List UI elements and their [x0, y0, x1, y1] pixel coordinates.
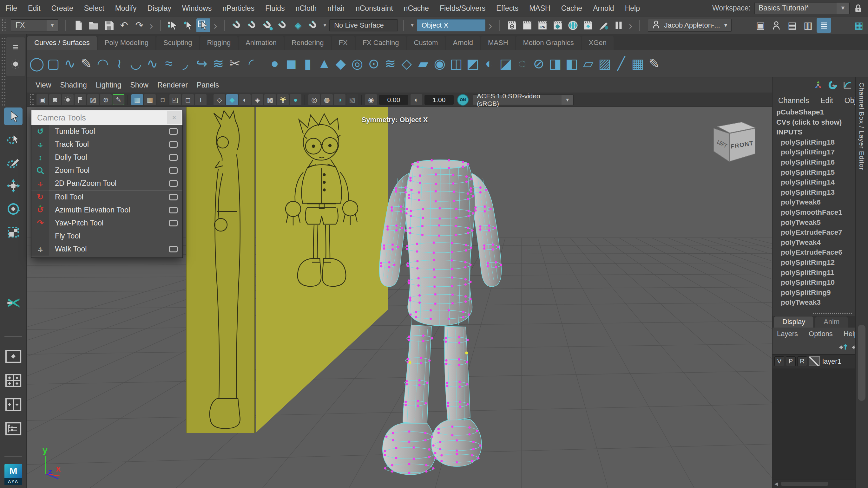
camera-tools-titlebar[interactable]: Camera Tools ×: [31, 110, 182, 125]
modeling-toolkit-icon[interactable]: ▣: [753, 18, 768, 33]
toolbar-grip[interactable]: [1, 19, 6, 32]
render-setup-icon[interactable]: [566, 19, 580, 32]
intersect-surfaces-icon[interactable]: ◐: [481, 52, 497, 75]
shelf-tab-sculpting[interactable]: Sculpting: [156, 36, 199, 50]
channel-input-item[interactable]: polyTweak4: [776, 237, 855, 248]
grease-pencil-icon[interactable]: ✎: [113, 94, 124, 105]
layer-toggle-r[interactable]: R: [797, 356, 807, 366]
paint-effects-icon[interactable]: [596, 19, 610, 32]
shelf-tab-rendering[interactable]: Rendering: [285, 36, 331, 50]
render-settings-icon[interactable]: [551, 19, 565, 32]
menu-nhair[interactable]: nHair: [322, 0, 350, 17]
tab-display[interactable]: Display: [774, 316, 814, 328]
new-scene-icon[interactable]: [71, 19, 85, 32]
chevron-down-icon[interactable]: ▼: [723, 23, 728, 28]
exposure-field[interactable]: 0.00: [379, 95, 408, 105]
channel-input-item[interactable]: polyExtrudeFace6: [776, 247, 855, 258]
tool-settings-icon[interactable]: ▥: [801, 18, 815, 33]
camera-tool-walk-tool[interactable]: ↔↕Walk Tool: [31, 242, 182, 256]
menu-select[interactable]: Select: [79, 0, 110, 17]
project-curve-icon[interactable]: ◩: [464, 52, 481, 75]
snap-to-view-planes-icon[interactable]: [307, 19, 320, 32]
menu-effects[interactable]: Effects: [491, 0, 524, 17]
lock-camera-icon[interactable]: ◙: [49, 94, 61, 105]
untrim-icon[interactable]: ◌: [514, 52, 530, 75]
toolbar-grip[interactable]: [29, 93, 34, 106]
layer-name[interactable]: layer1: [822, 357, 841, 366]
attach-curves-icon[interactable]: ∿: [144, 52, 160, 75]
channel-input-item[interactable]: polySmoothFace1: [776, 207, 855, 218]
shelf-editor-icon[interactable]: [10, 59, 21, 71]
isolate-select-icon[interactable]: ◎: [308, 94, 320, 105]
shelf-tab-mash[interactable]: MASH: [481, 36, 515, 50]
open-close-surfaces-icon[interactable]: ▱: [580, 52, 596, 75]
camera-tool-tumble-tool[interactable]: ↺Tumble Tool: [31, 125, 182, 138]
sculpt-surfaces-icon[interactable]: ✎: [646, 52, 662, 75]
save-scene-icon[interactable]: [102, 19, 116, 32]
shelf-tab-custom[interactable]: Custom: [407, 36, 445, 50]
snap-to-curves-icon[interactable]: [246, 19, 259, 32]
single-pane-layout[interactable]: [3, 347, 23, 366]
offset-surfaces-icon[interactable]: ▦: [629, 52, 646, 75]
live-surface-field[interactable]: No Live Surface: [329, 19, 398, 31]
film-gate-icon[interactable]: ▦: [131, 94, 143, 105]
shape-node-name[interactable]: pCubeShape1: [776, 107, 855, 117]
snap-to-grids-icon[interactable]: [230, 19, 244, 32]
shelf-tab-fx-caching[interactable]: FX Caching: [355, 36, 406, 50]
tool-settings-checkbox[interactable]: [169, 220, 178, 226]
channel-box-menu-object[interactable]: Object: [844, 96, 855, 105]
tab-anim[interactable]: Anim: [815, 316, 848, 328]
shelf-tab-curves-surfaces[interactable]: Curves / Surfaces: [27, 36, 97, 50]
channel-input-item[interactable]: polySplitRing9: [776, 288, 855, 298]
nurbs-cylinder-icon[interactable]: ▮: [300, 52, 316, 75]
curve-fillet-icon[interactable]: ◜: [243, 52, 259, 75]
snap-to-points-icon[interactable]: [261, 19, 275, 32]
panel-menu-view[interactable]: View: [31, 81, 56, 90]
menu-arnold[interactable]: Arnold: [588, 0, 619, 17]
layer-toggle-p[interactable]: P: [786, 356, 796, 366]
nurbs-circle-icon[interactable]: ◯: [29, 52, 45, 75]
channel-input-item[interactable]: polyTweak5: [776, 218, 855, 228]
two-pane-layout[interactable]: [3, 395, 23, 415]
select-tool[interactable]: [4, 107, 23, 125]
nurbs-sphere-icon[interactable]: ●: [267, 52, 283, 75]
menu-create[interactable]: Create: [46, 0, 79, 17]
revolve-icon[interactable]: ⊙: [366, 52, 382, 75]
bezier-curve-tool-icon[interactable]: ≀: [111, 52, 127, 75]
chevron-down-icon[interactable]: ▼: [561, 95, 573, 105]
workspace-panel-icon[interactable]: ▦: [851, 18, 866, 33]
panel-menu-panels[interactable]: Panels: [192, 81, 223, 90]
bookmark-icon[interactable]: [74, 94, 86, 105]
menu-modify[interactable]: Modify: [110, 0, 142, 17]
menu-display[interactable]: Display: [142, 0, 176, 17]
character-controls-icon[interactable]: [769, 18, 784, 33]
tool-settings-checkbox[interactable]: [169, 167, 178, 174]
paint-selection-tool[interactable]: [4, 154, 23, 171]
camera-tool-zoom-tool[interactable]: Zoom Tool: [31, 164, 182, 177]
open-scene-icon[interactable]: [87, 19, 100, 32]
menu-windows[interactable]: Windows: [177, 0, 217, 17]
nurbs-torus-icon[interactable]: ◎: [349, 52, 366, 75]
select-by-object-icon[interactable]: [181, 19, 195, 32]
layer-menu-help[interactable]: Help: [844, 330, 855, 338]
camera-tool-yaw-pitch-tool[interactable]: ↷Yaw-Pitch Tool: [31, 217, 182, 230]
channel-input-item[interactable]: polyExtrudeFace7: [776, 227, 855, 237]
layer-color-swatch[interactable]: [809, 356, 820, 366]
tool-settings-checkbox[interactable]: [169, 154, 178, 161]
planar-icon[interactable]: ◇: [399, 52, 415, 75]
loft-icon[interactable]: ≋: [382, 52, 399, 75]
cv-curve-tool-icon[interactable]: ∿: [62, 52, 78, 75]
channel-input-item[interactable]: polySplitRing13: [776, 187, 855, 198]
select-by-hierarchy-icon[interactable]: [166, 19, 180, 32]
contrast-icon[interactable]: ◐: [410, 94, 422, 105]
menu-set-select[interactable]: FX▼: [11, 19, 58, 31]
gate-mask-icon[interactable]: ◘: [157, 94, 168, 105]
scale-tool[interactable]: [4, 223, 23, 241]
scrollbar-thumb[interactable]: [858, 325, 865, 401]
insert-isoparms-icon[interactable]: ▨: [596, 52, 613, 75]
lasso-tool[interactable]: [4, 131, 23, 149]
channel-input-item[interactable]: polySplitRing15: [776, 167, 855, 177]
tool-settings-checkbox[interactable]: [169, 246, 178, 252]
colorspace-select[interactable]: ACES 1.0 SDR-video (sRGB)▼: [473, 95, 574, 105]
panel-menu-lighting[interactable]: Lighting: [91, 81, 126, 90]
